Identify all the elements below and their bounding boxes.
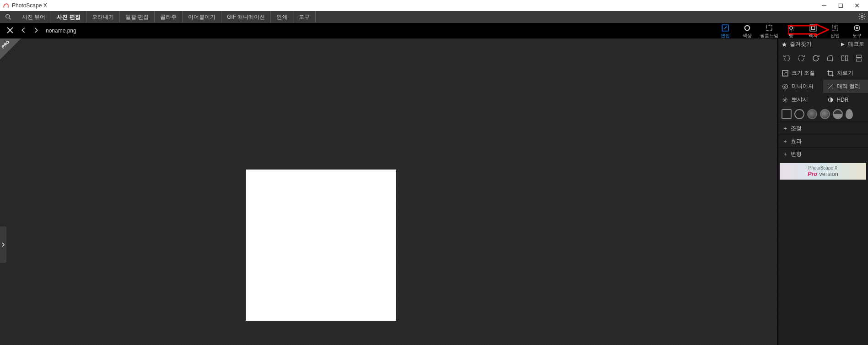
- mode-tab-frame[interactable]: 액자: [802, 23, 824, 38]
- flip-v-button[interactable]: [853, 53, 864, 64]
- menu-bar: 사진 뷰어 사진 편집 오려내기 일괄 편집 콜라주 이어붙이기 GIF 애니메…: [0, 11, 868, 23]
- svg-rect-11: [766, 25, 772, 31]
- section-adjust[interactable]: ＋조정: [778, 122, 868, 135]
- canvas-area[interactable]: PRO: [0, 38, 777, 345]
- mode-tab-tools[interactable]: 도구: [846, 23, 868, 38]
- shape-half-button[interactable]: [833, 109, 843, 119]
- menu-item-editor[interactable]: 사진 편집: [51, 11, 86, 23]
- shape-square-button[interactable]: [782, 109, 792, 119]
- menu-item-cutout[interactable]: 오려내기: [86, 11, 120, 23]
- svg-rect-13: [810, 25, 816, 31]
- mode-tab-film[interactable]: 필름느낌: [758, 23, 780, 38]
- canvas-image[interactable]: [246, 170, 396, 321]
- close-file-button[interactable]: [6, 27, 14, 35]
- play-icon: [841, 42, 845, 47]
- menu-item-collage[interactable]: 콜라주: [155, 11, 183, 23]
- mode-tab-light[interactable]: 빛: [780, 23, 802, 38]
- wand-icon: [827, 83, 834, 90]
- crop-icon: [827, 70, 834, 77]
- right-mode-tabs: 편집 색상 필름느낌 빛 액자 T 삽입 도구: [714, 23, 868, 38]
- mode-tab-insert[interactable]: T 삽입: [824, 23, 846, 38]
- nav-forward-button[interactable]: [33, 27, 39, 35]
- rotate-90-icon: [812, 54, 820, 62]
- title-bar: PhotoScape X: [0, 0, 868, 11]
- menu-item-combine[interactable]: 이어붙이기: [183, 11, 221, 23]
- svg-point-27: [783, 84, 788, 89]
- flip-h-button[interactable]: [839, 53, 850, 64]
- macro-button[interactable]: 매크로: [841, 40, 864, 48]
- svg-rect-25: [857, 59, 862, 61]
- film-icon: [765, 24, 773, 32]
- sharpen-button[interactable]: 뽀샤시: [778, 93, 823, 106]
- svg-marker-21: [827, 55, 833, 61]
- ring-icon: [743, 24, 751, 32]
- side-panel-toggle[interactable]: [0, 226, 6, 263]
- svg-marker-19: [782, 42, 787, 47]
- sub-toolbar: noname.png 편집 색상 필름느낌 빛 액자 T 삽입 도구: [0, 23, 868, 38]
- svg-point-10: [745, 26, 750, 31]
- menu-search-button[interactable]: [0, 13, 16, 21]
- hdr-icon: [827, 96, 834, 104]
- svg-rect-24: [857, 55, 862, 57]
- shape-drop-button[interactable]: [846, 109, 853, 119]
- chevron-right-icon: [1, 242, 5, 247]
- miniature-button[interactable]: 미니어처: [778, 80, 823, 93]
- svg-rect-23: [845, 56, 847, 61]
- svg-text:T: T: [834, 26, 836, 30]
- svg-rect-1: [839, 4, 842, 7]
- search-icon: [5, 13, 12, 21]
- magic-color-button[interactable]: 매직 컬러: [823, 80, 868, 93]
- crop-button[interactable]: 자르기: [823, 66, 868, 80]
- rotate-ccw-button[interactable]: [782, 53, 793, 64]
- settings-button[interactable]: [858, 12, 866, 22]
- svg-point-4: [6, 15, 10, 18]
- pro-version-promo[interactable]: PhotoScape X Pro version: [780, 163, 866, 180]
- svg-point-12: [790, 27, 793, 29]
- brush-icon: [853, 24, 861, 32]
- flip-h-icon: [841, 54, 849, 62]
- window-maximize-button[interactable]: [832, 0, 849, 11]
- rotate-cw-icon: [797, 54, 805, 62]
- window-close-button[interactable]: [849, 0, 865, 11]
- menu-item-gif[interactable]: GIF 애니메이션: [221, 11, 271, 23]
- resize-icon: [782, 70, 789, 77]
- shape-sphere1-button[interactable]: [807, 109, 817, 119]
- mode-tab-color[interactable]: 색상: [736, 23, 758, 38]
- chevron-left-icon: [20, 27, 27, 33]
- resize-button[interactable]: 크기 조절: [778, 66, 823, 80]
- perspective-icon: [826, 54, 834, 62]
- favorites-button[interactable]: 즐겨찾기: [782, 40, 812, 48]
- svg-rect-22: [841, 56, 844, 61]
- shape-sphere2-button[interactable]: [820, 109, 830, 119]
- nav-back-button[interactable]: [20, 27, 27, 35]
- svg-point-18: [856, 27, 858, 29]
- rotate-90-button[interactable]: [810, 53, 821, 64]
- svg-marker-20: [841, 43, 845, 46]
- shape-circle-button[interactable]: [794, 109, 804, 119]
- svg-point-6: [861, 16, 863, 18]
- rotate-cw-button[interactable]: [796, 53, 807, 64]
- rotate-row: [778, 50, 868, 66]
- current-filename: noname.png: [46, 27, 76, 34]
- mode-tab-edit[interactable]: 편집: [714, 23, 736, 38]
- section-transform[interactable]: ＋변형: [778, 148, 868, 160]
- svg-rect-14: [811, 26, 815, 30]
- menu-item-viewer[interactable]: 사진 뷰어: [16, 11, 51, 23]
- target-icon: [782, 83, 789, 90]
- window-minimize-button[interactable]: [816, 0, 832, 11]
- hdr-button[interactable]: HDR: [823, 93, 868, 106]
- svg-line-5: [9, 18, 11, 19]
- straighten-button[interactable]: [825, 53, 836, 64]
- menu-item-print[interactable]: 인쇄: [271, 11, 293, 23]
- insert-icon: T: [831, 24, 839, 32]
- close-icon: [6, 27, 14, 34]
- app-logo-icon: [3, 2, 9, 9]
- section-effect[interactable]: ＋효과: [778, 135, 868, 148]
- frame-icon: [809, 24, 817, 32]
- app-title: PhotoScape X: [12, 2, 47, 9]
- chevron-right-icon: [33, 27, 39, 33]
- menu-item-batch[interactable]: 일괄 편집: [120, 11, 155, 23]
- menu-item-tools[interactable]: 도구: [293, 11, 316, 23]
- right-panel: 즐겨찾기 매크로 크기 조절 자르기: [777, 38, 868, 345]
- sparkle-icon: [782, 96, 789, 104]
